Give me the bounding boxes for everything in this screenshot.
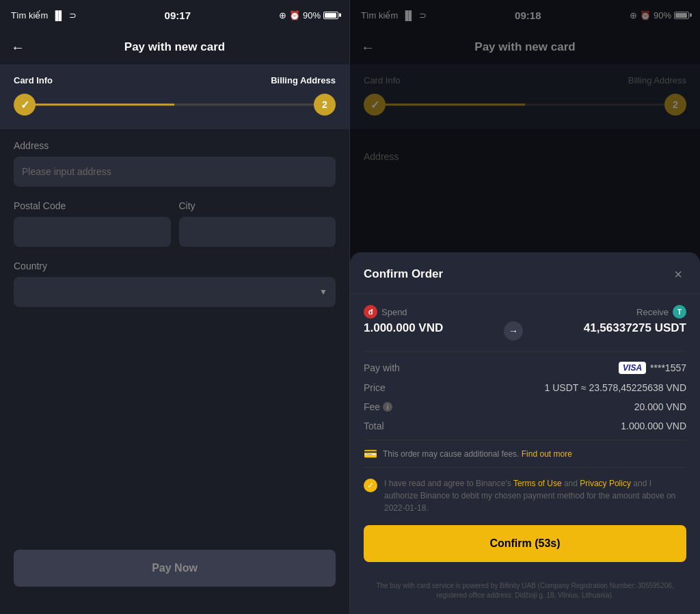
left-pay-now-button[interactable]: Pay Now bbox=[14, 550, 336, 587]
left-step1-circle: ✓ bbox=[14, 94, 36, 116]
fee-label: Fee i bbox=[364, 401, 392, 412]
find-out-more-link[interactable]: Find out more bbox=[522, 449, 572, 459]
left-status-right: ⊕ ⏰ 90% bbox=[279, 10, 338, 21]
fee-label-text: Fee bbox=[364, 401, 380, 412]
left-postal-group: Postal Code bbox=[14, 200, 171, 247]
left-battery-text: 90% bbox=[303, 10, 321, 21]
receive-header: Receive T bbox=[636, 305, 686, 319]
arrow-icon: → bbox=[504, 321, 523, 341]
privacy-policy-link[interactable]: Privacy Policy bbox=[580, 479, 631, 488]
terms-text2: and bbox=[564, 479, 580, 488]
pay-with-value: VISA ****1557 bbox=[619, 362, 686, 374]
left-alarm-icon: ⏰ bbox=[289, 10, 300, 21]
left-city-label: City bbox=[179, 200, 336, 211]
left-status-bar: Tìm kiếm ▐▌ ⊃ 09:17 ⊕ ⏰ 90% bbox=[0, 0, 349, 30]
spend-header: đ Spend bbox=[364, 305, 443, 319]
left-step1-label: Card Info bbox=[14, 75, 53, 85]
terms-text1: I have read and agree to Binance's bbox=[384, 479, 513, 488]
pay-with-label: Pay with bbox=[364, 362, 400, 373]
left-progress-bar: ✓ 2 bbox=[14, 94, 336, 116]
terms-text: I have read and agree to Binance's Terms… bbox=[384, 477, 686, 514]
left-step2-num: 2 bbox=[322, 99, 327, 110]
receive-label: Receive bbox=[636, 307, 669, 317]
left-progress-line bbox=[25, 104, 325, 106]
left-step2-label: Billing Address bbox=[271, 75, 336, 85]
left-step2-circle: 2 bbox=[314, 94, 336, 116]
spend-label: Spend bbox=[381, 307, 407, 317]
spend-currency-icon: đ bbox=[364, 305, 377, 319]
divider1 bbox=[364, 351, 686, 352]
total-row: Total 1.000.000 VND bbox=[364, 421, 686, 431]
pay-with-row: Pay with VISA ****1557 bbox=[364, 362, 686, 374]
confirm-button[interactable]: Confirm (53s) bbox=[364, 525, 686, 562]
spend-amount: 1.000.000 VND bbox=[364, 321, 443, 335]
fee-row: Fee i 20.000 VND bbox=[364, 401, 686, 412]
fee-value: 20.000 VND bbox=[634, 401, 686, 412]
left-wifi-icon: ⊃ bbox=[69, 10, 77, 21]
modal-body: đ Spend 1.000.000 VND → Receive T 41,563… bbox=[350, 294, 700, 581]
fee-notice-main: This order may cause additional fees. bbox=[383, 449, 519, 459]
left-header: ← Pay with new card bbox=[0, 30, 349, 64]
receive-currency-icon: T bbox=[673, 305, 686, 319]
checkbox-check-icon: ✓ bbox=[367, 481, 374, 490]
total-value: 1.000.000 VND bbox=[621, 421, 686, 431]
left-postal-city-row: Postal Code City bbox=[14, 200, 336, 247]
left-address-input[interactable] bbox=[14, 157, 336, 187]
left-battery-fill bbox=[325, 13, 336, 18]
left-country-label: Country bbox=[14, 261, 336, 271]
left-signal-icon: ▐▌ bbox=[52, 10, 64, 21]
left-back-button[interactable]: ← bbox=[11, 40, 25, 55]
terms-of-use-link[interactable]: Terms of Use bbox=[513, 479, 562, 488]
total-label: Total bbox=[364, 421, 384, 431]
left-step1-check: ✓ bbox=[21, 98, 29, 111]
left-status-left: Tìm kiếm ▐▌ ⊃ bbox=[11, 10, 77, 21]
receive-section: Receive T 41,56337275 USDT bbox=[584, 305, 686, 335]
terms-row: ✓ I have read and agree to Binance's Ter… bbox=[364, 477, 686, 514]
left-form: Address Postal Code City Country ▼ bbox=[0, 140, 349, 550]
left-city-input[interactable] bbox=[179, 217, 336, 247]
left-panel: Tìm kiếm ▐▌ ⊃ 09:17 ⊕ ⏰ 90% ← Pay with n… bbox=[0, 0, 350, 614]
left-screen-icon: ⊕ bbox=[279, 10, 286, 21]
price-value: 1 USDT ≈ 23.578,45225638 VND bbox=[545, 382, 686, 393]
left-city-group: City bbox=[179, 200, 336, 247]
price-row: Price 1 USDT ≈ 23.578,45225638 VND bbox=[364, 382, 686, 393]
left-country-select[interactable] bbox=[14, 277, 336, 307]
fee-notice-card-icon: 💳 bbox=[364, 447, 377, 460]
modal-title: Confirm Order bbox=[364, 267, 443, 281]
fee-notice-text: This order may cause additional fees. Fi… bbox=[383, 449, 572, 459]
left-battery-icon bbox=[323, 12, 338, 19]
spend-receive-row: đ Spend 1.000.000 VND → Receive T 41,563… bbox=[364, 305, 686, 341]
info-icon[interactable]: i bbox=[383, 402, 392, 412]
left-postal-input[interactable] bbox=[14, 217, 171, 247]
left-time: 09:17 bbox=[165, 10, 191, 21]
powered-by-text: The buy with card service is powered by … bbox=[350, 581, 700, 600]
left-header-title: Pay with new card bbox=[124, 40, 225, 54]
visa-logo: VISA bbox=[619, 362, 646, 374]
fee-notice: 💳 This order may cause additional fees. … bbox=[364, 440, 686, 468]
left-address-label: Address bbox=[14, 140, 336, 151]
left-progress-section: Card Info Billing Address ✓ 2 bbox=[0, 64, 349, 129]
confirm-order-modal: Confirm Order × đ Spend 1.000.000 VND → … bbox=[350, 252, 700, 614]
receive-amount: 41,56337275 USDT bbox=[584, 321, 686, 335]
modal-header: Confirm Order × bbox=[350, 252, 700, 294]
spend-section: đ Spend 1.000.000 VND bbox=[364, 305, 443, 335]
modal-close-button[interactable]: × bbox=[670, 266, 686, 282]
card-last4: ****1557 bbox=[650, 362, 686, 373]
left-search-label: Tìm kiếm bbox=[11, 10, 48, 21]
right-panel: Tìm kiếm ▐▌ ⊃ 09:18 ⊕ ⏰ 90% ← Pay with n… bbox=[350, 0, 700, 614]
left-country-wrapper: ▼ bbox=[14, 277, 336, 307]
price-label: Price bbox=[364, 382, 386, 393]
terms-checkbox[interactable]: ✓ bbox=[364, 479, 377, 492]
left-postal-label: Postal Code bbox=[14, 200, 171, 211]
left-progress-labels: Card Info Billing Address bbox=[14, 75, 336, 85]
